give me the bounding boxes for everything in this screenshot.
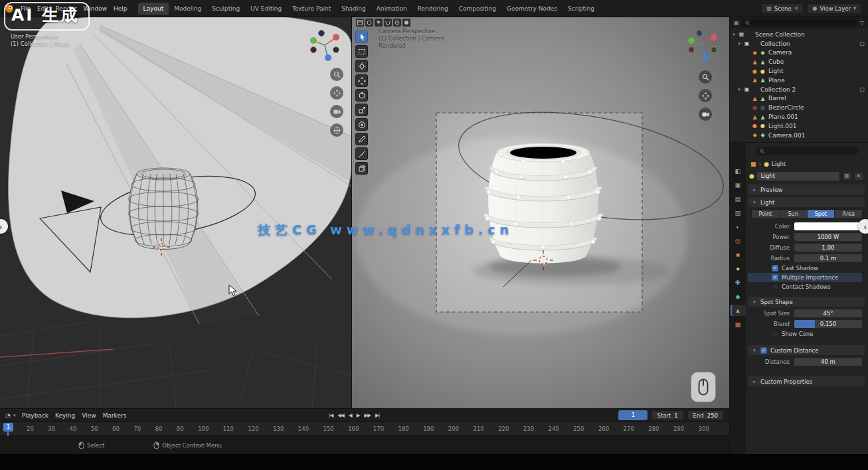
workspace-tab[interactable]: Animation (371, 3, 412, 15)
color-swatch[interactable] (794, 222, 862, 230)
light-data-icon[interactable]: ● (764, 161, 769, 167)
left-viewport-canvas[interactable] (0, 17, 352, 408)
show-cone-checkbox[interactable] (772, 331, 778, 337)
timeline-menu-item[interactable]: View (78, 411, 99, 420)
object-mode-icon[interactable] (365, 19, 373, 27)
object-icon[interactable]: ■ (750, 161, 756, 167)
mouse-navigation-widget[interactable] (691, 372, 716, 402)
outliner-row[interactable]: ◎ ◎ BezierCircle (730, 103, 868, 112)
frame-end-field[interactable]: End 250 (687, 410, 724, 420)
disclosure-caret-icon[interactable]: ▾ (731, 32, 737, 37)
properties-tab[interactable]: ◧ (731, 165, 746, 177)
workspace-tab[interactable]: Geometry Nodes (501, 3, 563, 15)
timeline-menu-item[interactable]: Markers (100, 411, 130, 420)
light-type-button[interactable]: Spot (808, 210, 835, 218)
camera-view-icon[interactable] (330, 105, 343, 118)
disclosure-caret-icon[interactable]: ▾ (737, 87, 742, 92)
workspace-tab[interactable]: Texture Paint (287, 3, 336, 15)
select-tool-button[interactable] (355, 31, 368, 43)
measure-tool-button[interactable] (355, 147, 368, 160)
panel-header-light[interactable]: ▾ Light (748, 197, 865, 207)
panel-header-custom-distance[interactable]: ▾ ✓ Custom Distance (748, 345, 865, 355)
outliner-row[interactable]: ▾ ▣ Collection ▢ (730, 39, 868, 48)
custom-distance-checkbox[interactable]: ✓ (760, 347, 767, 354)
viewport-left[interactable]: User Perspective (1) Collection | Plane (0, 17, 352, 408)
light-type-button[interactable]: Point (752, 210, 780, 218)
properties-tab[interactable]: ● (731, 263, 746, 274)
disclosure-caret-icon[interactable]: ▾ (737, 41, 742, 46)
timeline-menu-item[interactable]: Playback (19, 411, 52, 420)
workspace-tab[interactable]: Layout (138, 3, 169, 15)
properties-tab[interactable]: ▤ (731, 193, 746, 204)
timeline-editor-icon[interactable]: ◔ (5, 412, 11, 419)
properties-tab[interactable]: ✚ (731, 277, 746, 288)
cursor-tool-button[interactable] (355, 60, 368, 72)
outliner-row[interactable]: ◆ ◆ Camera (730, 48, 868, 58)
close-icon[interactable]: ✕ (794, 5, 799, 11)
properties-tab[interactable]: ▲ (731, 305, 746, 316)
timeline-ruler[interactable]: 1 20304050607080901001101201301401501601… (0, 422, 729, 435)
filter-icon[interactable]: ▽ (860, 20, 864, 26)
outliner-search-input[interactable] (742, 19, 857, 27)
fake-user-button[interactable]: ▥ (842, 172, 851, 181)
properties-tab[interactable]: ▣ (731, 179, 746, 191)
diffuse-field[interactable]: 1.00 (794, 244, 862, 252)
blend-slider[interactable]: 0.150 (794, 320, 862, 328)
workspace-tab[interactable]: Sculpting (207, 3, 245, 15)
distance-field[interactable]: 40 m (794, 358, 862, 366)
move-view-icon[interactable] (699, 89, 712, 102)
rotate-tool-button[interactable] (355, 89, 368, 102)
panel-header-preview[interactable]: ▸ Preview (748, 185, 865, 195)
editor-type-icon[interactable] (356, 19, 364, 27)
move-view-icon[interactable] (330, 86, 343, 100)
barrel-render[interactable] (485, 143, 601, 264)
playhead[interactable]: 1 (3, 423, 13, 431)
scale-tool-button[interactable] (355, 104, 368, 116)
camera-view-icon[interactable] (699, 108, 712, 121)
properties-tab[interactable]: ◐ (731, 221, 746, 232)
outliner-row[interactable]: ▲ ▲ Barrel (730, 94, 868, 104)
workspace-tab[interactable]: Modeling (169, 3, 207, 15)
navigation-gizmo[interactable] (307, 28, 342, 62)
cast-shadow-checkbox[interactable]: ✓ (772, 265, 778, 272)
workspace-tab[interactable]: Shading (336, 3, 371, 15)
workspace-tab[interactable]: UV Editing (245, 3, 287, 15)
box-select-tool-button[interactable] (355, 45, 368, 58)
outliner-row[interactable]: ▲ ▲ Plane.001 (730, 112, 868, 121)
unlink-button[interactable]: ✕ (854, 172, 863, 181)
properties-search-input[interactable] (756, 147, 858, 155)
spot-size-field[interactable]: 45° (794, 309, 862, 317)
transform-tool-button[interactable] (355, 118, 368, 131)
right-viewport-canvas[interactable] (352, 17, 729, 408)
workspace-tab[interactable]: Compositing (454, 3, 501, 15)
zoom-icon[interactable] (699, 70, 712, 84)
current-frame-field[interactable]: 1 (618, 410, 648, 420)
properties-tab[interactable]: ◎ (731, 235, 746, 246)
properties-tab[interactable]: ◆ (731, 291, 746, 302)
outliner-row[interactable]: ▲ ▲ Cube (730, 57, 868, 66)
view-layer-selector[interactable]: ● View Layer ▾ (807, 3, 861, 14)
transport-button[interactable]: ▶| (373, 411, 381, 420)
proportional-edit-icon[interactable] (393, 19, 401, 27)
light-type-button[interactable]: Sun (780, 210, 808, 218)
shading-mode-icon[interactable] (402, 19, 410, 27)
collection-checkbox-icon[interactable]: ▢ (859, 86, 865, 92)
properties-tab[interactable]: ■ (731, 249, 746, 260)
radius-field[interactable]: 0.1 m (794, 254, 862, 262)
multiple-importance-checkbox[interactable]: ✓ (772, 274, 778, 281)
outliner-row[interactable]: ◆ ◆ Camera.001 (730, 131, 868, 140)
zoom-icon[interactable] (330, 68, 343, 81)
outliner-display-mode-icon[interactable]: ▦ (734, 20, 739, 26)
add-object-tool-button[interactable] (355, 162, 368, 175)
outliner-row[interactable]: ● ● Light.001 (730, 121, 868, 131)
datablock-name-field[interactable]: Light (757, 172, 839, 181)
timeline-menu-item[interactable]: Keying (52, 411, 78, 420)
barrel-wireframe[interactable] (128, 168, 199, 250)
transport-button[interactable]: ◀◀ (335, 411, 346, 420)
light-type-button[interactable]: Area (835, 210, 862, 218)
snap-icon[interactable] (384, 19, 392, 27)
topbar-menu-item[interactable]: Help (110, 4, 131, 13)
transport-button[interactable]: ▶▶ (362, 411, 373, 420)
outliner-row[interactable]: ● ● Light (730, 66, 868, 76)
annotate-tool-button[interactable] (355, 133, 368, 145)
